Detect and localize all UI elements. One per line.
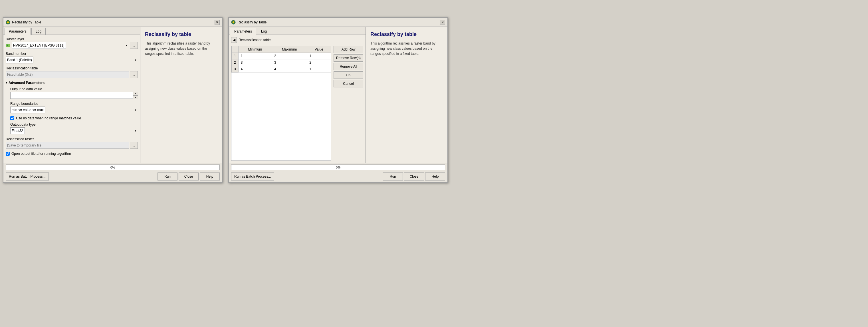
table-action-buttons: Add Row Remove Row(s) Remove All OK Canc… bbox=[334, 46, 363, 161]
reclassification-table-title: Reclassification table bbox=[239, 38, 271, 42]
parameters-content-left: Raster layer NVR2017_EXTENT [EPSG:3111] bbox=[3, 35, 140, 163]
row-num-3: 3 bbox=[232, 66, 239, 72]
svg-point-1 bbox=[7, 22, 9, 23]
band-number-select[interactable]: Band 1 (Palette) bbox=[6, 57, 33, 63]
col-header-minimum: Minimum bbox=[238, 46, 272, 53]
table-row[interactable]: 1 1 2 1 bbox=[232, 53, 331, 59]
cell-max-3[interactable]: 4 bbox=[272, 66, 307, 72]
close-button-left[interactable]: ✕ bbox=[215, 20, 220, 25]
open-output-checkbox[interactable] bbox=[6, 152, 10, 156]
band-number-group: Band number Band 1 (Palette) bbox=[6, 52, 138, 63]
range-boundaries-select[interactable]: min <= value <= max bbox=[10, 107, 45, 113]
cell-val-2[interactable]: 2 bbox=[307, 59, 331, 66]
cell-max-1[interactable]: 2 bbox=[272, 53, 307, 59]
reclassified-raster-group: Reclassified raster ... bbox=[6, 137, 138, 149]
close-btn-right[interactable]: Close bbox=[404, 173, 424, 180]
reclassify-panel: ◀ Reclassification table Minimum Maximum bbox=[229, 35, 366, 163]
col-header-value: Value bbox=[307, 46, 331, 53]
cell-max-2[interactable]: 3 bbox=[272, 59, 307, 66]
spin-down-btn[interactable]: ▼ bbox=[133, 96, 138, 99]
cell-val-1[interactable]: 1 bbox=[307, 53, 331, 59]
svg-rect-3 bbox=[6, 44, 8, 46]
raster-layer-group: Raster layer NVR2017_EXTENT [EPSG:3111] bbox=[6, 37, 138, 49]
output-data-type-label: Output data type bbox=[10, 122, 138, 126]
right-description-panel-right: Reclassify by table This algorithm recla… bbox=[366, 27, 447, 163]
remove-all-btn[interactable]: Remove All bbox=[334, 63, 363, 70]
help-btn-right[interactable]: Help bbox=[425, 173, 445, 180]
table-row[interactable]: 3 4 4 1 bbox=[232, 66, 331, 72]
cell-val-3[interactable]: 1 bbox=[307, 66, 331, 72]
output-data-type-group: Output data type Float32 bbox=[10, 122, 138, 134]
open-output-group: Open output file after running algorithm bbox=[6, 152, 138, 156]
batch-process-btn-right[interactable]: Run as Batch Process... bbox=[231, 173, 274, 180]
advanced-section-header: Advanced Parameters bbox=[6, 81, 138, 85]
cell-min-3[interactable]: 4 bbox=[238, 66, 272, 72]
reclass-table: Minimum Maximum Value 1 1 2 bbox=[231, 46, 331, 161]
reclassification-table-input[interactable] bbox=[6, 71, 129, 78]
dialog-title-right: Reclassify by Table bbox=[238, 20, 267, 24]
expand-icon[interactable] bbox=[6, 82, 7, 84]
close-button-right[interactable]: ✕ bbox=[440, 20, 445, 25]
svg-point-5 bbox=[232, 22, 234, 23]
right-dialog: Reclassify by Table ✕ Parameters Log ◀ R… bbox=[228, 17, 448, 183]
help-btn-left[interactable]: Help bbox=[200, 173, 220, 180]
use-no-data-group: Use no data when no range matches value bbox=[10, 116, 138, 120]
progress-label-left: 0% bbox=[111, 166, 115, 169]
ok-btn[interactable]: OK bbox=[334, 71, 363, 79]
cell-min-1[interactable]: 1 bbox=[238, 53, 272, 59]
band-number-label: Band number bbox=[6, 52, 138, 56]
tab-parameters-right[interactable]: Parameters bbox=[230, 28, 256, 35]
row-num-1: 1 bbox=[232, 53, 239, 59]
reclassified-raster-input[interactable] bbox=[6, 142, 129, 149]
raster-layer-label: Raster layer bbox=[6, 37, 138, 41]
tabs-left: Parameters Log bbox=[3, 27, 140, 35]
reclassified-raster-browse-btn[interactable]: ... bbox=[130, 142, 138, 149]
qgis-icon bbox=[6, 20, 10, 25]
footer-left: 0% Run as Batch Process... Run Close Hel… bbox=[3, 163, 222, 182]
open-output-label: Open output file after running algorithm bbox=[11, 152, 71, 156]
row-num-2: 2 bbox=[232, 59, 239, 66]
right-panel-desc-right: This algorithm reclassifies a raster ban… bbox=[370, 41, 443, 56]
cancel-table-btn[interactable]: Cancel bbox=[334, 80, 363, 87]
progress-bar-left: 0% bbox=[6, 165, 220, 170]
reclassification-table-group: Reclassification table ... bbox=[6, 66, 138, 78]
reclassification-table-btn[interactable]: ... bbox=[130, 71, 138, 78]
tab-parameters-left[interactable]: Parameters bbox=[5, 28, 31, 35]
run-btn-left[interactable]: Run bbox=[157, 173, 178, 180]
back-arrow-btn[interactable]: ◀ bbox=[231, 37, 237, 43]
left-dialog: Reclassify by Table ✕ Parameters Log Ras… bbox=[3, 17, 223, 183]
cell-min-2[interactable]: 3 bbox=[238, 59, 272, 66]
output-no-data-input[interactable]: -9999.000000 bbox=[10, 92, 138, 99]
tab-log-right[interactable]: Log bbox=[257, 28, 271, 35]
use-no-data-label: Use no data when no range matches value bbox=[16, 116, 81, 120]
table-container: Minimum Maximum Value 1 1 2 bbox=[231, 46, 363, 161]
tab-log-left[interactable]: Log bbox=[31, 28, 45, 35]
use-no-data-checkbox[interactable] bbox=[10, 116, 14, 120]
raster-layer-browse-btn[interactable]: ... bbox=[130, 42, 138, 49]
run-btn-right[interactable]: Run bbox=[383, 173, 403, 180]
dialog-title-left: Reclassify by Table bbox=[12, 20, 41, 24]
left-panel: Parameters Log Raster layer bbox=[3, 27, 141, 163]
reclassified-raster-label: Reclassified raster bbox=[6, 137, 138, 141]
range-boundaries-group: Range boundaries min <= value <= max bbox=[10, 102, 138, 113]
output-data-type-select[interactable]: Float32 bbox=[10, 127, 25, 134]
tabs-right: Parameters Log bbox=[229, 27, 366, 35]
progress-label-right: 0% bbox=[336, 166, 340, 169]
range-boundaries-label: Range boundaries bbox=[10, 102, 138, 106]
add-row-btn[interactable]: Add Row bbox=[334, 46, 363, 53]
raster-layer-select[interactable]: NVR2017_EXTENT [EPSG:3111] bbox=[12, 42, 66, 49]
advanced-section-label: Advanced Parameters bbox=[8, 81, 44, 85]
qgis-icon-right bbox=[231, 20, 236, 25]
remove-rows-btn[interactable]: Remove Row(s) bbox=[334, 54, 363, 62]
output-no-data-label: Output no data value bbox=[10, 87, 138, 91]
col-header-num bbox=[232, 46, 239, 53]
reclassification-table-label: Reclassification table bbox=[6, 66, 138, 70]
batch-process-btn-left[interactable]: Run as Batch Process... bbox=[6, 173, 49, 180]
spin-up-btn[interactable]: ▲ bbox=[133, 92, 138, 96]
footer-right: 0% Run as Batch Process... Run Close Hel… bbox=[229, 163, 447, 182]
raster-layer-icon bbox=[6, 43, 10, 48]
title-bar-right: Reclassify by Table ✕ bbox=[229, 18, 447, 27]
col-header-maximum: Maximum bbox=[272, 46, 307, 53]
close-btn-left[interactable]: Close bbox=[179, 173, 198, 180]
table-row[interactable]: 2 3 3 2 bbox=[232, 59, 331, 66]
